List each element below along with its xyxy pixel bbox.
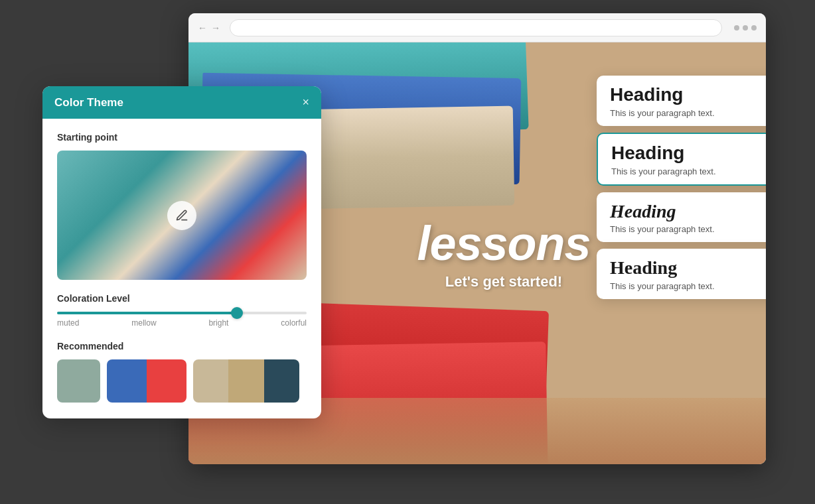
edit-icon [167,201,196,230]
swatch-part-blue [107,359,147,403]
slider-label-muted: muted [57,318,79,328]
slider-thumb[interactable] [231,307,243,319]
address-bar[interactable] [230,19,722,36]
scene: ← → lessons Let [42,13,773,491]
panel-header: Color Theme × [42,86,321,119]
slider-track [57,312,307,314]
swatch-sage[interactable] [57,359,100,403]
browser-dots [734,25,757,31]
lessons-subtitle: Let's get started! [445,273,562,290]
color-theme-panel: Color Theme × Starting point Colorati [42,86,321,418]
swatch-tan-dark[interactable] [193,359,299,403]
recommended-label: Recommended [57,341,307,351]
theme-card-4[interactable]: Heading This is your paragraph text. [597,249,766,299]
theme-card-2[interactable]: Heading This is your paragraph text. [597,133,766,186]
lessons-heading: lessons [417,216,590,271]
theme-cards-container: Heading This is your paragraph text. Hea… [597,76,766,299]
recommended-section: Recommended [57,341,307,403]
panel-title: Color Theme [54,96,123,109]
back-arrow-icon[interactable]: ← [198,23,207,33]
browser-nav: ← → [198,23,220,33]
forward-arrow-icon[interactable]: → [211,23,220,33]
card4-heading: Heading [610,258,766,279]
dot-3 [751,25,757,31]
card1-paragraph: This is your paragraph text. [610,108,766,118]
card3-heading: Heading [610,202,766,222]
dot-2 [743,25,748,31]
coloration-section: Coloration Level muted mellow bright col… [57,293,307,328]
swatch-part-tan [193,359,228,403]
theme-card-3[interactable]: Heading This is your paragraph text. [597,192,766,243]
starting-point-overlay [57,151,307,280]
slider-fill [57,312,237,314]
starting-point-image[interactable] [57,151,307,280]
color-swatches [57,359,307,403]
swatch-part-tan2 [228,359,263,403]
panel-close-button[interactable]: × [302,95,309,109]
dot-1 [734,25,739,31]
swatch-blue-red[interactable] [107,359,186,403]
swatch-part-dark [264,359,299,403]
panel-body: Starting point Coloration Level [42,119,321,418]
slider-label-bright: bright [208,318,228,328]
slider-labels: muted mellow bright colorful [57,318,307,328]
card4-paragraph: This is your paragraph text. [610,281,766,291]
card2-paragraph: This is your paragraph text. [611,166,766,176]
slider-label-colorful: colorful [281,318,307,328]
coloration-label: Coloration Level [57,293,307,304]
theme-card-1[interactable]: Heading This is your paragraph text. [597,76,766,126]
card3-paragraph: This is your paragraph text. [610,224,766,234]
swatch-part-red [147,359,186,403]
starting-point-label: Starting point [57,132,307,143]
coloration-slider-container [57,312,307,314]
slider-label-mellow: mellow [131,318,156,328]
card1-heading: Heading [610,85,766,105]
card2-heading: Heading [611,143,766,164]
browser-chrome: ← → [188,13,766,42]
